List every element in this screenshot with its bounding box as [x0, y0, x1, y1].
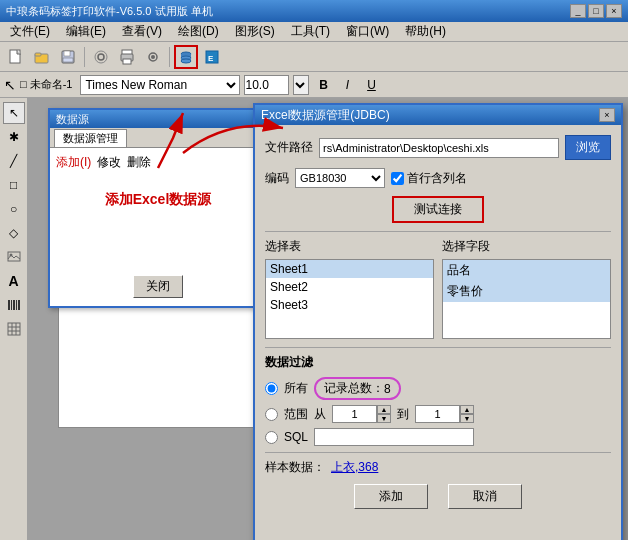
svg-rect-4	[64, 51, 70, 56]
table-item-sheet1[interactable]: Sheet1	[266, 260, 433, 278]
open-button[interactable]	[30, 45, 54, 69]
to-spin-down[interactable]: ▼	[460, 414, 474, 423]
to-spin-up[interactable]: ▲	[460, 405, 474, 414]
file-path-row: 文件路径 浏览	[265, 135, 611, 160]
encoding-label: 编码	[265, 170, 289, 187]
tool-barcode[interactable]	[3, 294, 25, 316]
datasource-close-button[interactable]: 关闭	[133, 275, 183, 298]
cancel-button[interactable]: 取消	[448, 484, 522, 509]
bold-button[interactable]: B	[313, 75, 333, 95]
svg-rect-22	[8, 300, 10, 310]
menu-shape[interactable]: 图形(S)	[229, 21, 281, 42]
jdbc-close-button[interactable]: ×	[599, 108, 615, 122]
test-connect-button[interactable]: 测试连接	[392, 196, 484, 223]
toolbar-separator-2	[169, 47, 170, 67]
tool-star[interactable]: ✱	[3, 126, 25, 148]
svg-rect-27	[8, 323, 20, 335]
jdbc-body: 文件路径 浏览 编码 GB18030 UTF-8 GBK	[255, 125, 621, 519]
svg-point-17	[181, 59, 191, 63]
save-button[interactable]	[56, 45, 80, 69]
settings-button[interactable]	[89, 45, 113, 69]
range-to-input[interactable]	[415, 405, 460, 423]
filter-sql-row: SQL	[265, 428, 474, 446]
svg-rect-24	[13, 300, 15, 310]
table-item-sheet2[interactable]: Sheet2	[266, 278, 433, 296]
menu-file[interactable]: 文件(E)	[4, 21, 56, 42]
main-toolbar: E	[0, 42, 628, 72]
encoding-row: 编码 GB18030 UTF-8 GBK 首行含列名	[265, 168, 611, 188]
menu-window[interactable]: 窗口(W)	[340, 21, 395, 42]
font-name-select[interactable]: Times New Roman	[80, 75, 240, 95]
field-item-name[interactable]: 品名	[443, 260, 610, 281]
add-button[interactable]: 添加	[354, 484, 428, 509]
field-label: 选择字段	[442, 238, 611, 255]
filter-sql-radio[interactable]	[265, 431, 278, 444]
close-app-button[interactable]: ×	[606, 4, 622, 18]
svg-point-6	[98, 54, 104, 60]
menu-draw[interactable]: 绘图(D)	[172, 21, 225, 42]
datasource-add-menu[interactable]: 添加(I)	[56, 154, 91, 171]
sample-data-row: 样本数据： 上衣,368	[265, 459, 611, 476]
toolbar-separator-1	[84, 47, 85, 67]
svg-point-21	[9, 254, 12, 257]
sample-label: 样本数据：	[265, 459, 325, 476]
tool-image[interactable]	[3, 246, 25, 268]
first-row-checkbox[interactable]	[391, 172, 404, 185]
preview-button[interactable]	[141, 45, 165, 69]
table-field-selection: 选择表 Sheet1 Sheet2 Sheet3 选择字段 品名 零售	[265, 238, 611, 339]
tool-table[interactable]	[3, 318, 25, 340]
menu-bar: 文件(E) 编辑(E) 查看(V) 绘图(D) 图形(S) 工具(T) 窗口(W…	[0, 22, 628, 42]
datasource-dialog-title: 数据源	[50, 110, 266, 128]
print-button[interactable]	[115, 45, 139, 69]
menu-help[interactable]: 帮助(H)	[399, 21, 452, 42]
svg-rect-23	[11, 300, 12, 310]
filter-all-row: 所有 记录总数： 8	[265, 377, 474, 400]
datasource-tab[interactable]: 数据源管理	[54, 129, 127, 147]
menu-edit[interactable]: 编辑(E)	[60, 21, 112, 42]
title-bar: 中琅条码标签打印软件-V6.5.0 试用版 单机 _ □ ×	[0, 0, 628, 22]
field-listbox[interactable]: 品名 零售价	[442, 259, 611, 339]
datasource-toolbar: 添加(I) 修改 删除	[56, 154, 260, 171]
italic-button[interactable]: I	[337, 75, 357, 95]
tool-diamond[interactable]: ◇	[3, 222, 25, 244]
excel-button[interactable]: E	[200, 45, 224, 69]
svg-point-12	[151, 55, 155, 59]
table-listbox[interactable]: Sheet1 Sheet2 Sheet3	[265, 259, 434, 339]
font-size-input[interactable]	[244, 75, 289, 95]
file-path-input[interactable]	[319, 138, 559, 158]
tool-text[interactable]: A	[3, 270, 25, 292]
from-spin-down[interactable]: ▼	[377, 414, 391, 423]
title-bar-buttons: _ □ ×	[570, 4, 622, 18]
canvas-area[interactable]: 数据源 数据源管理 添加(I) 修改 删除 添加Excel数据源 关闭	[28, 98, 628, 540]
datasource-delete-menu[interactable]: 删除	[127, 154, 151, 171]
from-spin-up[interactable]: ▲	[377, 405, 391, 414]
filter-range-label: 范围	[284, 406, 308, 423]
range-from-input[interactable]	[332, 405, 377, 423]
datasource-edit-menu[interactable]: 修改	[97, 154, 121, 171]
table-item-sheet3[interactable]: Sheet3	[266, 296, 433, 314]
menu-tools[interactable]: 工具(T)	[285, 21, 336, 42]
filter-range-from-label: 从	[314, 406, 326, 423]
filter-range-radio[interactable]	[265, 408, 278, 421]
tool-rect[interactable]: □	[3, 174, 25, 196]
field-item-price[interactable]: 零售价	[443, 281, 610, 302]
tool-select[interactable]: ↖	[3, 102, 25, 124]
underline-button[interactable]: U	[361, 75, 381, 95]
browse-button[interactable]: 浏览	[565, 135, 611, 160]
minimize-button[interactable]: _	[570, 4, 586, 18]
menu-view[interactable]: 查看(V)	[116, 21, 168, 42]
font-size-dropdown[interactable]: ▼	[293, 75, 309, 95]
datasource-tab-bar: 数据源管理	[50, 128, 266, 148]
to-spin: ▲ ▼	[460, 405, 474, 423]
new-button[interactable]	[4, 45, 28, 69]
datasource-dialog: 数据源 数据源管理 添加(I) 修改 删除 添加Excel数据源 关闭	[48, 108, 268, 308]
sql-input[interactable]	[314, 428, 474, 446]
svg-rect-25	[16, 300, 17, 310]
tool-line[interactable]: ╱	[3, 150, 25, 172]
database-button[interactable]	[174, 45, 198, 69]
tool-ellipse[interactable]: ○	[3, 198, 25, 220]
divider-1	[265, 231, 611, 232]
filter-all-radio[interactable]	[265, 382, 278, 395]
maximize-button[interactable]: □	[588, 4, 604, 18]
encoding-select[interactable]: GB18030 UTF-8 GBK	[295, 168, 385, 188]
